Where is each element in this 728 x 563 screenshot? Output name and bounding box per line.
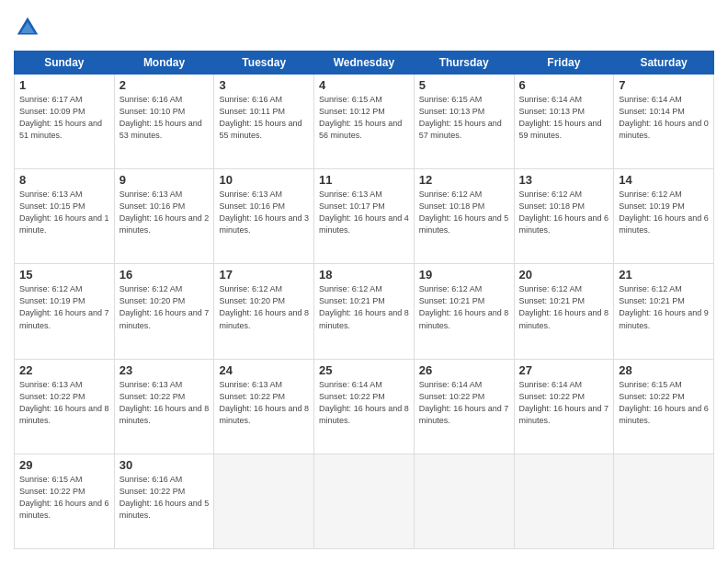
day-info: Sunrise: 6:12 AM Sunset: 10:20 PM Daylig… <box>219 283 309 331</box>
logo-icon <box>14 14 41 41</box>
day-number: 4 <box>319 78 409 92</box>
calendar-week-row: 22 Sunrise: 6:13 AM Sunset: 10:22 PM Day… <box>15 359 714 454</box>
calendar-cell: 15 Sunrise: 6:12 AM Sunset: 10:19 PM Day… <box>15 264 115 359</box>
calendar-cell <box>614 454 714 548</box>
day-number: 1 <box>19 78 109 92</box>
calendar-cell: 29 Sunrise: 6:15 AM Sunset: 10:22 PM Day… <box>15 454 115 548</box>
day-number: 21 <box>619 268 709 282</box>
day-number: 23 <box>119 363 210 377</box>
day-number: 17 <box>219 268 309 282</box>
calendar-cell <box>314 454 415 548</box>
calendar-cell: 19 Sunrise: 6:12 AM Sunset: 10:21 PM Day… <box>414 264 514 359</box>
page: SundayMondayTuesdayWednesdayThursdayFrid… <box>0 0 728 563</box>
day-info: Sunrise: 6:14 AM Sunset: 10:22 PM Daylig… <box>319 379 409 427</box>
calendar-cell: 2 Sunrise: 6:16 AM Sunset: 10:10 PM Dayl… <box>114 75 214 169</box>
calendar-header-thursday: Thursday <box>414 52 514 75</box>
day-number: 2 <box>119 78 210 92</box>
day-info: Sunrise: 6:13 AM Sunset: 10:15 PM Daylig… <box>19 189 109 236</box>
calendar-week-row: 15 Sunrise: 6:12 AM Sunset: 10:19 PM Day… <box>15 264 714 359</box>
day-number: 5 <box>419 78 509 92</box>
day-info: Sunrise: 6:13 AM Sunset: 10:22 PM Daylig… <box>119 379 210 427</box>
calendar-cell: 16 Sunrise: 6:12 AM Sunset: 10:20 PM Day… <box>114 264 214 359</box>
calendar-header-row: SundayMondayTuesdayWednesdayThursdayFrid… <box>15 52 714 75</box>
calendar-cell: 1 Sunrise: 6:17 AM Sunset: 10:09 PM Dayl… <box>15 75 115 169</box>
day-info: Sunrise: 6:15 AM Sunset: 10:13 PM Daylig… <box>419 94 509 142</box>
day-info: Sunrise: 6:12 AM Sunset: 10:21 PM Daylig… <box>619 283 709 331</box>
calendar-cell: 22 Sunrise: 6:13 AM Sunset: 10:22 PM Day… <box>15 359 115 454</box>
calendar-cell: 26 Sunrise: 6:14 AM Sunset: 10:22 PM Day… <box>414 359 514 454</box>
day-number: 27 <box>519 363 609 377</box>
day-info: Sunrise: 6:14 AM Sunset: 10:13 PM Daylig… <box>519 94 609 142</box>
calendar-cell: 14 Sunrise: 6:12 AM Sunset: 10:19 PM Day… <box>614 169 714 264</box>
day-info: Sunrise: 6:13 AM Sunset: 10:16 PM Daylig… <box>219 189 309 236</box>
day-info: Sunrise: 6:16 AM Sunset: 10:22 PM Daylig… <box>119 474 210 522</box>
day-number: 9 <box>119 173 210 187</box>
day-number: 26 <box>419 363 509 377</box>
day-info: Sunrise: 6:12 AM Sunset: 10:21 PM Daylig… <box>419 283 509 331</box>
day-number: 14 <box>619 173 709 187</box>
day-number: 29 <box>19 458 109 472</box>
calendar-cell: 13 Sunrise: 6:12 AM Sunset: 10:18 PM Day… <box>514 169 614 264</box>
day-number: 7 <box>619 78 709 92</box>
calendar-cell: 18 Sunrise: 6:12 AM Sunset: 10:21 PM Day… <box>314 264 415 359</box>
day-number: 16 <box>119 268 210 282</box>
calendar-cell <box>514 454 614 548</box>
day-info: Sunrise: 6:16 AM Sunset: 10:11 PM Daylig… <box>219 94 309 142</box>
day-info: Sunrise: 6:13 AM Sunset: 10:17 PM Daylig… <box>319 189 409 236</box>
calendar-cell: 11 Sunrise: 6:13 AM Sunset: 10:17 PM Day… <box>314 169 415 264</box>
calendar-cell: 23 Sunrise: 6:13 AM Sunset: 10:22 PM Day… <box>114 359 214 454</box>
day-number: 18 <box>319 268 409 282</box>
calendar-cell: 8 Sunrise: 6:13 AM Sunset: 10:15 PM Dayl… <box>15 169 115 264</box>
day-number: 30 <box>119 458 210 472</box>
day-info: Sunrise: 6:12 AM Sunset: 10:19 PM Daylig… <box>619 189 709 236</box>
day-number: 10 <box>219 173 309 187</box>
calendar-cell: 10 Sunrise: 6:13 AM Sunset: 10:16 PM Day… <box>214 169 314 264</box>
calendar-cell <box>414 454 514 548</box>
calendar-header-friday: Friday <box>514 52 614 75</box>
day-info: Sunrise: 6:13 AM Sunset: 10:22 PM Daylig… <box>219 379 309 427</box>
calendar-header-saturday: Saturday <box>614 52 714 75</box>
calendar-cell: 9 Sunrise: 6:13 AM Sunset: 10:16 PM Dayl… <box>114 169 214 264</box>
calendar-header-sunday: Sunday <box>15 52 115 75</box>
calendar-cell: 28 Sunrise: 6:15 AM Sunset: 10:22 PM Day… <box>614 359 714 454</box>
day-number: 15 <box>19 268 109 282</box>
calendar-cell: 21 Sunrise: 6:12 AM Sunset: 10:21 PM Day… <box>614 264 714 359</box>
day-number: 24 <box>219 363 309 377</box>
day-info: Sunrise: 6:15 AM Sunset: 10:12 PM Daylig… <box>319 94 409 142</box>
calendar-cell: 12 Sunrise: 6:12 AM Sunset: 10:18 PM Day… <box>414 169 514 264</box>
day-info: Sunrise: 6:12 AM Sunset: 10:18 PM Daylig… <box>519 189 609 236</box>
day-number: 20 <box>519 268 609 282</box>
calendar-week-row: 29 Sunrise: 6:15 AM Sunset: 10:22 PM Day… <box>15 454 714 548</box>
day-info: Sunrise: 6:15 AM Sunset: 10:22 PM Daylig… <box>19 474 109 522</box>
calendar-header-wednesday: Wednesday <box>314 52 415 75</box>
calendar-cell: 5 Sunrise: 6:15 AM Sunset: 10:13 PM Dayl… <box>414 75 514 169</box>
day-number: 13 <box>519 173 609 187</box>
calendar-cell <box>214 454 314 548</box>
calendar-cell: 6 Sunrise: 6:14 AM Sunset: 10:13 PM Dayl… <box>514 75 614 169</box>
day-number: 25 <box>319 363 409 377</box>
calendar-cell: 4 Sunrise: 6:15 AM Sunset: 10:12 PM Dayl… <box>314 75 415 169</box>
logo <box>14 14 45 41</box>
day-number: 19 <box>419 268 509 282</box>
day-info: Sunrise: 6:13 AM Sunset: 10:22 PM Daylig… <box>19 379 109 427</box>
calendar-cell: 24 Sunrise: 6:13 AM Sunset: 10:22 PM Day… <box>214 359 314 454</box>
calendar-week-row: 8 Sunrise: 6:13 AM Sunset: 10:15 PM Dayl… <box>15 169 714 264</box>
day-number: 3 <box>219 78 309 92</box>
day-number: 8 <box>19 173 109 187</box>
day-info: Sunrise: 6:16 AM Sunset: 10:10 PM Daylig… <box>119 94 210 142</box>
calendar-header-tuesday: Tuesday <box>214 52 314 75</box>
calendar-cell: 25 Sunrise: 6:14 AM Sunset: 10:22 PM Day… <box>314 359 415 454</box>
day-info: Sunrise: 6:12 AM Sunset: 10:21 PM Daylig… <box>519 283 609 331</box>
calendar-cell: 30 Sunrise: 6:16 AM Sunset: 10:22 PM Day… <box>114 454 214 548</box>
day-number: 6 <box>519 78 609 92</box>
day-info: Sunrise: 6:13 AM Sunset: 10:16 PM Daylig… <box>119 189 210 236</box>
day-info: Sunrise: 6:17 AM Sunset: 10:09 PM Daylig… <box>19 94 109 142</box>
calendar-cell: 17 Sunrise: 6:12 AM Sunset: 10:20 PM Day… <box>214 264 314 359</box>
calendar-header-monday: Monday <box>114 52 214 75</box>
day-info: Sunrise: 6:14 AM Sunset: 10:22 PM Daylig… <box>519 379 609 427</box>
calendar-table: SundayMondayTuesdayWednesdayThursdayFrid… <box>14 51 714 549</box>
day-number: 22 <box>19 363 109 377</box>
day-info: Sunrise: 6:12 AM Sunset: 10:21 PM Daylig… <box>319 283 409 331</box>
day-number: 12 <box>419 173 509 187</box>
day-number: 11 <box>319 173 409 187</box>
